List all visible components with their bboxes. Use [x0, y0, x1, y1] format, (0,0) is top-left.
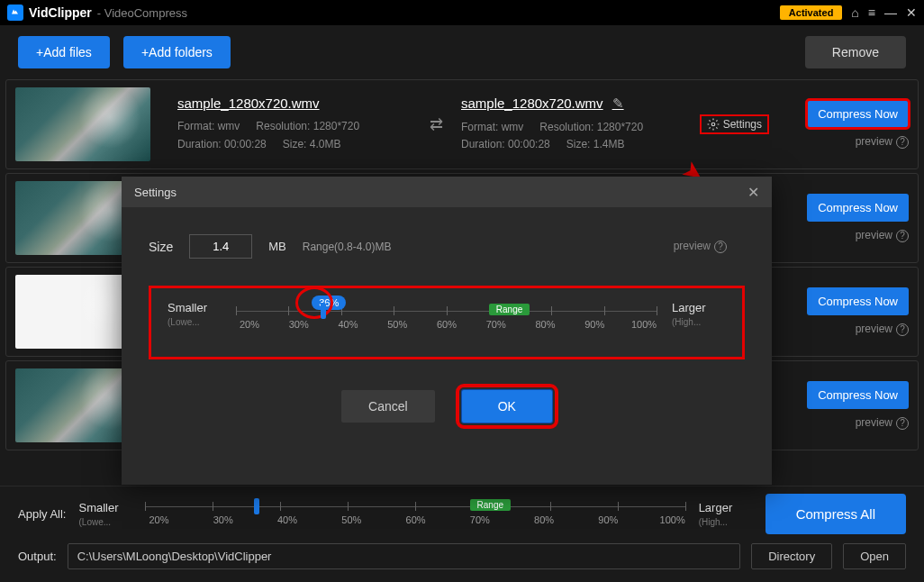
compress-now-button[interactable]: Compress Now: [807, 100, 909, 128]
settings-modal: Settings ✕ Size MB Range(0.8-4.0)MB prev…: [122, 177, 772, 485]
apply-all-label: Apply All:: [18, 507, 66, 521]
toolbar: +Add files +Add folders Remove: [0, 25, 924, 79]
edit-icon[interactable]: ✎: [612, 95, 624, 111]
compress-now-button[interactable]: Compress Now: [807, 287, 909, 315]
compression-slider[interactable]: 36% Range 20%30%40%50%60%70%80%90%100%: [236, 301, 657, 337]
thumbnail: [15, 87, 150, 161]
preview-link[interactable]: preview?: [856, 416, 909, 430]
size-range: Range(0.8-4.0)MB: [303, 241, 392, 253]
output-path[interactable]: C:\Users\MLoong\Desktop\VidClipper: [68, 543, 741, 569]
apply-all-slider[interactable]: Range 20%30%40%50%60%70%80%90%100%: [145, 496, 685, 532]
percent-badge: 36%: [312, 296, 346, 310]
gear-icon: [707, 118, 720, 131]
remove-button[interactable]: Remove: [805, 36, 906, 68]
menu-icon[interactable]: ≡: [868, 5, 875, 20]
modal-preview-link[interactable]: preview?: [674, 240, 727, 253]
output-label: Output:: [18, 550, 57, 563]
compress-now-button[interactable]: Compress Now: [807, 194, 909, 222]
size-label: Size: [149, 240, 173, 254]
compress-all-button[interactable]: Compress All: [765, 494, 906, 534]
slider-handle[interactable]: [254, 498, 259, 514]
smaller-label: Smaller(Lowe...: [78, 501, 132, 528]
swap-icon: ⇄: [430, 114, 443, 134]
add-files-button[interactable]: +Add files: [18, 36, 110, 68]
modal-smaller-label: Smaller(Lowe...: [168, 301, 222, 328]
larger-label: Larger(High...: [699, 501, 753, 528]
directory-button[interactable]: Directory: [751, 543, 832, 569]
output-filename: sample_1280x720.wmv: [461, 95, 603, 111]
open-button[interactable]: Open: [843, 543, 906, 569]
app-name: VidClipper: [29, 5, 92, 20]
compress-now-button[interactable]: Compress Now: [807, 381, 909, 409]
app-logo: [7, 5, 23, 21]
minimize-icon[interactable]: —: [884, 5, 897, 20]
range-badge: Range: [470, 499, 511, 511]
size-unit: MB: [268, 240, 286, 253]
ok-button[interactable]: OK: [462, 390, 552, 423]
preview-link[interactable]: preview?: [856, 323, 909, 336]
app-subtitle: - VideoCompress: [97, 6, 187, 20]
settings-button[interactable]: Settings: [700, 114, 769, 134]
activated-badge: Activated: [780, 5, 843, 20]
modal-title: Settings: [134, 186, 177, 199]
source-meta: sample_1280x720.wmv Format: wmvResolutio…: [177, 95, 430, 152]
cancel-button[interactable]: Cancel: [341, 390, 435, 423]
modal-close-icon[interactable]: ✕: [747, 184, 759, 201]
modal-larger-label: Larger(High...: [672, 301, 726, 328]
titlebar: VidClipper - VideoCompress Activated ⌂ ≡…: [0, 0, 924, 25]
file-row[interactable]: sample_1280x720.wmv Format: wmvResolutio…: [5, 79, 919, 169]
help-icon: ?: [896, 136, 909, 149]
preview-link[interactable]: preview?: [856, 135, 909, 149]
range-badge: Range: [489, 304, 530, 315]
slider-handle[interactable]: [321, 303, 326, 319]
home-icon[interactable]: ⌂: [851, 5, 858, 20]
preview-link[interactable]: preview?: [856, 229, 909, 242]
source-filename: sample_1280x720.wmv: [177, 95, 430, 111]
modal-slider: Smaller(Lowe... 36% Range 20%30%40%50%60…: [149, 286, 745, 359]
size-input[interactable]: [189, 234, 252, 259]
slider-ticks: 20%30%40%50%60%70%80%90%100%: [145, 514, 685, 525]
add-folders-button[interactable]: +Add folders: [123, 36, 231, 68]
svg-point-0: [711, 123, 715, 126]
bottom-bar: Apply All: Smaller(Lowe... Range 20%30%4…: [0, 486, 924, 582]
modal-header: Settings ✕: [122, 177, 772, 207]
modal-slider-ticks: 20%30%40%50%60%70%80%90%100%: [236, 319, 657, 330]
close-icon[interactable]: ✕: [906, 5, 917, 20]
